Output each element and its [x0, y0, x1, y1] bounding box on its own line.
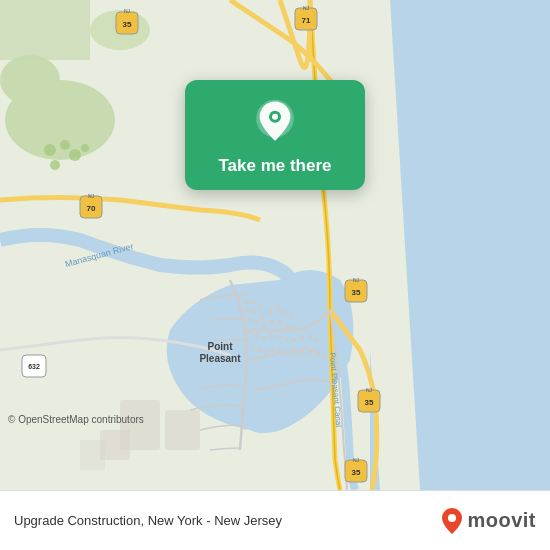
svg-rect-46 — [255, 320, 259, 324]
svg-rect-67 — [285, 352, 289, 356]
svg-rect-36 — [252, 300, 256, 304]
svg-text:NJ: NJ — [88, 193, 95, 199]
svg-point-84 — [272, 114, 278, 120]
svg-rect-55 — [269, 333, 273, 337]
svg-text:NJ: NJ — [124, 8, 131, 14]
svg-rect-72 — [323, 355, 327, 359]
moovit-logo: moovit — [441, 507, 536, 535]
svg-rect-68 — [292, 352, 296, 356]
svg-rect-60 — [308, 335, 312, 339]
svg-text:NJ: NJ — [353, 457, 360, 463]
svg-text:70: 70 — [87, 204, 96, 213]
svg-rect-71 — [315, 352, 319, 356]
svg-rect-50 — [285, 325, 289, 329]
svg-rect-35 — [245, 300, 249, 304]
osm-attribution: © OpenStreetMap contributors — [8, 414, 144, 425]
svg-rect-66 — [278, 350, 282, 354]
svg-rect-51 — [292, 325, 296, 329]
svg-text:NJ: NJ — [353, 277, 360, 283]
svg-rect-54 — [262, 336, 266, 340]
svg-rect-59 — [300, 335, 304, 339]
svg-point-73 — [44, 144, 56, 156]
location-pin-icon — [251, 98, 299, 146]
svg-rect-64 — [264, 350, 268, 354]
svg-rect-56 — [277, 335, 281, 339]
svg-point-75 — [69, 149, 81, 161]
svg-text:632: 632 — [28, 363, 40, 370]
svg-rect-63 — [257, 348, 261, 352]
moovit-pin-icon — [441, 507, 463, 535]
popup-overlay[interactable]: Take me there — [185, 80, 365, 190]
svg-rect-65 — [271, 348, 275, 352]
map-container: 35 NJ 71 NJ 70 NJ 71 NJ 35 NJ 35 NJ 35 N… — [0, 0, 550, 490]
svg-rect-48 — [270, 320, 274, 324]
svg-rect-37 — [258, 305, 262, 309]
svg-text:NJ: NJ — [366, 387, 373, 393]
svg-rect-52 — [248, 330, 252, 334]
take-me-there-card[interactable]: Take me there — [185, 80, 365, 190]
svg-point-74 — [60, 140, 70, 150]
svg-rect-41 — [268, 310, 272, 314]
svg-text:Point: Point — [208, 341, 234, 352]
svg-rect-47 — [263, 323, 267, 327]
svg-text:35: 35 — [365, 398, 374, 407]
svg-text:35: 35 — [352, 288, 361, 297]
svg-point-77 — [81, 144, 89, 152]
svg-text:35: 35 — [123, 20, 132, 29]
svg-rect-44 — [290, 315, 294, 319]
svg-rect-58 — [292, 338, 296, 342]
svg-text:35: 35 — [352, 468, 361, 477]
svg-rect-62 — [250, 345, 254, 349]
svg-rect-49 — [278, 320, 282, 324]
take-me-there-button[interactable]: Take me there — [218, 156, 331, 176]
svg-rect-39 — [252, 310, 256, 314]
svg-rect-40 — [260, 315, 264, 319]
svg-rect-38 — [245, 308, 249, 312]
svg-rect-57 — [285, 337, 289, 341]
bottom-info: Upgrade Construction, New York - New Jer… — [14, 513, 282, 528]
svg-rect-45 — [248, 318, 252, 322]
svg-rect-6 — [0, 0, 90, 60]
bottom-bar: Upgrade Construction, New York - New Jer… — [0, 490, 550, 550]
svg-text:NJ: NJ — [303, 5, 310, 11]
svg-rect-81 — [80, 440, 105, 470]
svg-rect-61 — [315, 338, 319, 342]
location-text: Upgrade Construction, New York - New Jer… — [14, 513, 282, 528]
svg-rect-69 — [300, 350, 304, 354]
svg-text:71: 71 — [302, 16, 311, 25]
svg-rect-79 — [165, 410, 200, 450]
svg-rect-43 — [282, 310, 286, 314]
svg-point-76 — [50, 160, 60, 170]
svg-rect-42 — [276, 305, 280, 309]
svg-text:Pleasant: Pleasant — [199, 353, 241, 364]
svg-rect-53 — [255, 333, 259, 337]
svg-point-85 — [448, 514, 456, 522]
svg-rect-70 — [308, 350, 312, 354]
svg-point-5 — [0, 55, 60, 105]
moovit-label: moovit — [467, 509, 536, 532]
